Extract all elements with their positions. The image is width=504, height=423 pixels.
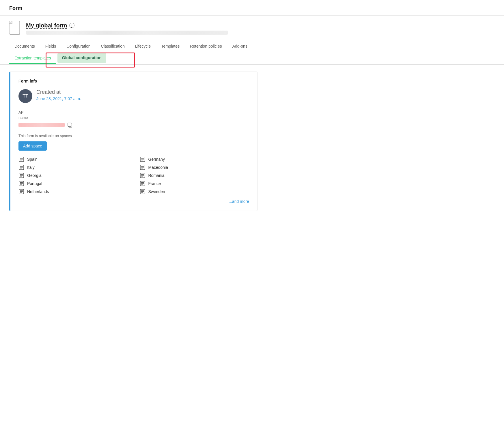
content-area: Form info TT Created at June 28, 2021, 7… [0,65,504,218]
svg-rect-29 [20,182,23,183]
available-text: This form is available on spaces [18,134,249,138]
svg-rect-10 [141,159,144,160]
space-doc-icon [18,156,24,162]
space-doc-icon [140,181,145,186]
tab-classification[interactable]: Classification [96,41,130,52]
tab-configuration[interactable]: Configuration [61,41,96,52]
creator-row: TT Created at June 28, 2021, 7:07 a.m. [18,89,249,103]
svg-rect-11 [141,160,143,160]
svg-rect-3 [68,123,71,126]
space-name: Sweeden [148,189,165,194]
svg-rect-27 [141,176,143,177]
copy-icon[interactable] [67,122,73,128]
space-name: Portugal [27,181,42,186]
space-name: Macedonia [148,165,168,170]
api-value [18,123,65,127]
svg-rect-19 [141,168,143,169]
svg-rect-7 [20,160,22,160]
svg-rect-34 [141,183,144,184]
list-item: Portugal [18,181,128,186]
page-header: Form [0,0,504,16]
api-label: API name [18,110,249,120]
created-at-date: June 28, 2021, 7:07 a.m. [36,96,81,101]
list-item: Romania [140,173,249,178]
svg-rect-43 [141,192,143,193]
svg-rect-26 [141,175,144,176]
tab-fields[interactable]: Fields [40,41,61,52]
svg-rect-5 [20,158,23,159]
tab-templates[interactable]: Templates [156,41,185,52]
api-section: API name [18,110,249,128]
svg-rect-39 [20,192,22,193]
svg-rect-38 [20,191,23,192]
svg-rect-31 [20,184,22,185]
svg-rect-42 [141,191,144,192]
form-document-icon [9,21,22,36]
list-item: Macedonia [140,164,249,170]
list-item: France [140,181,249,186]
svg-rect-30 [20,183,23,184]
list-item: Spain [18,156,128,162]
space-name: Georgia [27,173,42,178]
svg-rect-23 [20,176,22,177]
space-doc-icon [140,189,145,194]
list-item: Germany [140,156,249,162]
space-doc-icon [18,173,24,178]
space-doc-icon [18,189,24,194]
svg-rect-9 [141,158,144,159]
space-name: Germany [148,157,165,162]
svg-rect-33 [141,182,144,183]
info-icon[interactable]: i [69,23,74,28]
form-info-card: Form info TT Created at June 28, 2021, 7… [9,72,257,211]
space-doc-icon [140,164,145,170]
add-space-button[interactable]: Add space [18,141,47,151]
svg-rect-13 [20,166,23,167]
list-item: Italy [18,164,128,170]
svg-rect-25 [141,174,144,175]
form-title-area: My global form i [26,22,228,35]
list-item: Netherlands [18,189,128,194]
svg-rect-35 [141,184,143,185]
space-name: France [148,181,161,186]
tab-add-ons[interactable]: Add-ons [227,41,253,52]
sub-tab-extraction-templates[interactable]: Extraction templates [9,53,56,64]
spaces-grid: Spain Germany Italy [18,156,249,194]
tab-lifecycle[interactable]: Lifecycle [130,41,156,52]
svg-rect-21 [20,174,23,175]
svg-rect-14 [20,167,23,168]
list-item: Sweeden [140,189,249,194]
space-doc-icon [18,164,24,170]
form-header: My global form i [0,16,504,36]
list-item: Georgia [18,173,128,178]
tab-documents[interactable]: Documents [9,41,40,52]
svg-rect-6 [20,159,23,160]
svg-rect-22 [20,175,23,176]
avatar: TT [18,89,32,103]
breadcrumb [26,31,228,35]
and-more-link[interactable]: ...and more [18,199,249,204]
svg-rect-18 [141,167,144,168]
space-name: Romania [148,173,165,178]
sub-nav: Extraction templates Global configuratio… [0,52,504,65]
space-doc-icon [140,156,145,162]
space-doc-icon [18,181,24,186]
page-title: Form [9,5,22,11]
space-doc-icon [140,173,145,178]
created-at-label: Created at [36,89,81,95]
svg-rect-17 [141,166,144,167]
sub-tab-global-configuration[interactable]: Global configuration [57,53,106,63]
api-value-row [18,122,249,128]
space-name: Italy [27,165,35,170]
space-name: Netherlands [27,189,49,194]
creator-info: Created at June 28, 2021, 7:07 a.m. [36,89,81,101]
form-info-title: Form info [18,79,249,83]
svg-rect-15 [20,168,22,169]
svg-rect-37 [20,190,23,191]
space-name: Spain [27,157,38,162]
main-nav: Documents Fields Configuration Classific… [0,41,504,52]
tab-retention-policies[interactable]: Retention policies [185,41,227,52]
svg-rect-41 [141,190,144,191]
form-name: My global form i [26,22,228,29]
